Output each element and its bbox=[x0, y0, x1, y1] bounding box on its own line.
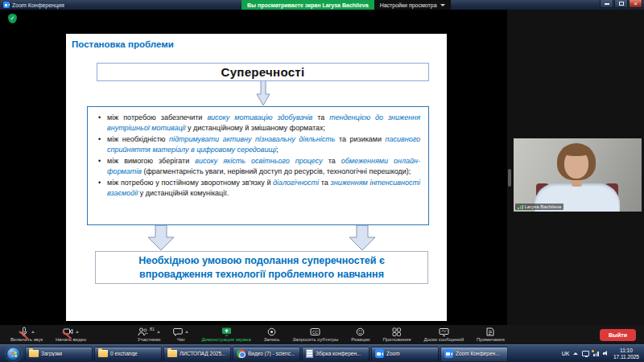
taskbar-item-label: Zoom Конферен... bbox=[456, 351, 500, 356]
document-icon bbox=[306, 349, 313, 358]
participants-count: 81 bbox=[150, 327, 155, 331]
captions-button[interactable]: CC Запросить субтитры bbox=[290, 325, 341, 344]
participants-button[interactable]: 81 Участники bbox=[135, 325, 163, 344]
slide-title: Суперечності bbox=[221, 65, 305, 79]
camera-off-icon bbox=[63, 327, 73, 336]
chevron-up-icon[interactable] bbox=[31, 331, 35, 333]
language-indicator[interactable]: UK bbox=[562, 351, 570, 356]
chevron-up-icon[interactable] bbox=[185, 331, 188, 333]
record-label: Запись bbox=[264, 336, 280, 343]
view-settings-dropdown[interactable]: Настройки просмотра bbox=[374, 0, 451, 10]
taskbar-item-zoom[interactable]: Zoom bbox=[371, 347, 439, 361]
clock-time: 11:10 bbox=[613, 348, 639, 354]
taskbar-item-label: Zoom bbox=[386, 351, 400, 356]
taskbar-item-label: Збірка конферен... bbox=[316, 351, 361, 356]
zoom-app-icon bbox=[3, 2, 10, 8]
apps-grid-icon bbox=[392, 327, 401, 336]
display-icon[interactable] bbox=[582, 351, 589, 356]
volume-icon[interactable] bbox=[603, 351, 609, 357]
taskbar-item-downloads[interactable]: Загрузки bbox=[25, 347, 93, 361]
taskbar-clock[interactable]: 11:10 17.11.2025 bbox=[613, 348, 639, 360]
apps-button[interactable]: Приложения bbox=[380, 325, 413, 344]
folder-icon bbox=[167, 350, 177, 357]
conclusion-box: Необхідною умовою подолання суперечносте… bbox=[95, 251, 428, 284]
reactions-button[interactable]: Реакции bbox=[349, 325, 372, 344]
chevron-up-icon[interactable] bbox=[76, 331, 79, 333]
down-arrow-icon bbox=[147, 225, 175, 251]
leave-meeting-button[interactable]: Выйти bbox=[600, 329, 636, 341]
view-settings-label: Настройки просмотра bbox=[380, 2, 437, 8]
bullet-list: між потребою забезпечити високу мотиваці… bbox=[107, 113, 420, 199]
slide-title-box: Суперечності bbox=[97, 63, 429, 81]
taskbar-item-zoom-meeting[interactable]: Zoom Конферен... bbox=[440, 347, 508, 361]
svg-text:CC: CC bbox=[312, 329, 319, 334]
windows-logo-icon bbox=[11, 351, 18, 357]
captions-label: Запросить субтитры bbox=[292, 336, 338, 343]
close-icon: × bbox=[634, 1, 638, 7]
minimize-icon bbox=[605, 3, 609, 5]
close-button[interactable]: × bbox=[629, 0, 642, 8]
maximize-icon bbox=[619, 2, 624, 6]
shared-slide: Постановка проблеми Суперечності між пот… bbox=[66, 34, 447, 321]
folder-icon bbox=[29, 350, 39, 357]
zoom-icon bbox=[444, 349, 453, 358]
start-button[interactable] bbox=[6, 347, 21, 361]
taskbar-item-label: Загрузки bbox=[41, 351, 62, 356]
network-icon[interactable] bbox=[593, 352, 599, 356]
reactions-label: Реакции bbox=[351, 336, 369, 343]
participant-name: Larysa Bachileva bbox=[525, 204, 562, 209]
bullet-item: між потребою у постійному зворотному зв'… bbox=[107, 178, 420, 199]
chrome-icon bbox=[237, 349, 246, 358]
smiley-icon bbox=[356, 327, 365, 336]
down-arrow-icon bbox=[348, 225, 377, 251]
taskbar-item-lystopad[interactable]: ЛИСТОПАД 2025... bbox=[163, 347, 231, 361]
security-shield-icon[interactable]: ✓ bbox=[8, 14, 17, 23]
minimize-button[interactable] bbox=[600, 0, 613, 8]
whiteboard-icon bbox=[439, 327, 449, 336]
whiteboards-button[interactable]: Доски сообщений bbox=[422, 325, 467, 344]
share-screen-label: Демонстрация экрана bbox=[201, 336, 250, 343]
participant-hair-fringe bbox=[562, 145, 591, 156]
zoom-meeting-window: Zoom Конференция Вы просматриваете экран… bbox=[0, 0, 644, 362]
slide-heading: Постановка проблеми bbox=[72, 39, 174, 49]
taskbar-item-document[interactable]: Збірка конферен... bbox=[302, 347, 369, 361]
maximize-button[interactable] bbox=[614, 0, 628, 8]
taskbar-item-label: Видео (7) - scienc... bbox=[248, 351, 295, 356]
participant-video[interactable]: Larysa Bachileva bbox=[514, 138, 642, 212]
record-icon bbox=[267, 327, 276, 336]
cc-icon: CC bbox=[310, 327, 320, 336]
chat-icon bbox=[173, 327, 183, 336]
window-titlebar: Zoom Конференция Вы просматриваете экран… bbox=[0, 0, 644, 10]
taskbar-item-exchange[interactable]: 0 exchange bbox=[94, 347, 162, 361]
screen-viewing-banner: Вы просматриваете экран Larysa Bachileva bbox=[242, 0, 374, 10]
taskbar-item-label: 0 exchange bbox=[110, 351, 138, 356]
contradictions-box: між потребою забезпечити високу мотиваці… bbox=[87, 106, 429, 225]
chevron-up-icon[interactable] bbox=[157, 331, 160, 333]
connector-arrow-icon bbox=[256, 78, 270, 109]
share-screen-button[interactable]: Демонстрация экрана bbox=[199, 325, 253, 344]
conclusion-text: Необхідною умовою подолання суперечносте… bbox=[105, 254, 418, 281]
share-screen-icon bbox=[221, 327, 232, 336]
system-tray: UK 11:10 17.11.2025 bbox=[562, 348, 642, 360]
panel-resize-handle[interactable] bbox=[508, 169, 511, 187]
meeting-stage: ✓ Вид Вид Постановка проблеми Суперечнос… bbox=[0, 10, 644, 325]
folder-icon bbox=[98, 350, 108, 357]
start-video-button[interactable]: Начать видео bbox=[53, 325, 89, 344]
notes-icon bbox=[486, 327, 494, 336]
chat-label: Чат bbox=[177, 336, 185, 343]
apps-label: Приложения bbox=[382, 336, 411, 343]
zoom-icon bbox=[375, 349, 384, 358]
webcam-panel: Larysa Bachileva bbox=[507, 10, 644, 325]
notes-button[interactable]: Примечания bbox=[474, 325, 507, 344]
unmute-button[interactable]: Включить звук bbox=[8, 325, 45, 344]
whiteboards-label: Доски сообщений bbox=[424, 336, 464, 343]
zoom-toolbar: Включить звук Начать видео 81 bbox=[0, 325, 644, 344]
taskbar-item-chrome[interactable]: Видео (7) - scienc... bbox=[233, 347, 300, 361]
chevron-down-icon bbox=[440, 4, 445, 6]
check-icon: ✓ bbox=[10, 15, 15, 22]
participants-label: Участники bbox=[138, 336, 161, 343]
tray-expand-icon[interactable] bbox=[573, 352, 578, 355]
notes-label: Примечания bbox=[477, 336, 505, 343]
record-button[interactable]: Запись bbox=[262, 325, 283, 344]
chat-button[interactable]: Чат bbox=[171, 325, 191, 344]
